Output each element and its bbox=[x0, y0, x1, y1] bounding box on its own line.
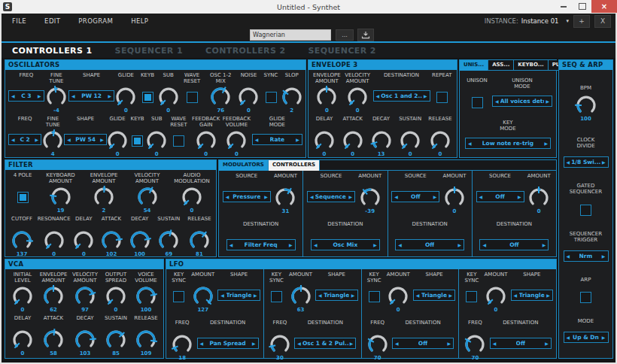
prev-arrow-icon[interactable]: ◀ bbox=[255, 138, 259, 142]
envelope-amount-knob[interactable] bbox=[314, 85, 339, 109]
release-knob[interactable] bbox=[133, 328, 159, 352]
envelope-amount-knob[interactable] bbox=[41, 284, 66, 308]
cutoff-knob[interactable] bbox=[9, 229, 35, 253]
next-arrow-icon[interactable]: ▶ bbox=[543, 243, 546, 247]
next-arrow-icon[interactable]: ▶ bbox=[38, 94, 41, 99]
noise-knob[interactable] bbox=[236, 85, 261, 109]
freq-knob[interactable] bbox=[267, 332, 293, 356]
destination-selector[interactable]: ◀Off▶ bbox=[479, 239, 549, 250]
tab-controllers-2[interactable]: CONTROLLERS 2 bbox=[205, 46, 286, 56]
key-sync-checkbox[interactable] bbox=[369, 291, 380, 302]
prev-arrow-icon[interactable]: ◀ bbox=[11, 94, 15, 99]
close-button[interactable]: × bbox=[591, 0, 617, 13]
amount-knob[interactable] bbox=[288, 284, 314, 308]
delay-knob[interactable] bbox=[312, 129, 337, 153]
prev-arrow-icon[interactable]: ◀ bbox=[482, 243, 486, 247]
next-arrow-icon[interactable]: ▶ bbox=[449, 293, 453, 298]
amount-knob[interactable] bbox=[385, 284, 411, 308]
sequencer-trigger-selector[interactable]: ◀Nrm▶ bbox=[564, 250, 609, 262]
source-selector[interactable]: ◀Pressure▶ bbox=[223, 191, 271, 202]
prev-arrow-icon[interactable]: ◀ bbox=[318, 293, 322, 298]
next-arrow-icon[interactable]: ▶ bbox=[296, 138, 299, 142]
next-arrow-icon[interactable]: ▶ bbox=[447, 341, 451, 346]
maximize-button[interactable] bbox=[573, 0, 591, 13]
freq-knob[interactable] bbox=[169, 332, 195, 356]
destination-selector[interactable]: ◀Filter Freq▶ bbox=[226, 239, 296, 250]
mode-selector[interactable]: ◀Up & Dn▶ bbox=[564, 332, 609, 343]
destination-selector[interactable]: ◀Osc Mix▶ bbox=[311, 239, 380, 250]
amount-knob[interactable] bbox=[190, 284, 216, 308]
shape-selector[interactable]: ◀PW 12▶ bbox=[68, 90, 114, 102]
sustain-knob[interactable] bbox=[156, 229, 181, 253]
prev-arrow-icon[interactable]: ◀ bbox=[314, 243, 318, 247]
prev-arrow-icon[interactable]: ◀ bbox=[226, 195, 229, 199]
save-patch-button[interactable] bbox=[357, 29, 374, 41]
initial-level-knob[interactable] bbox=[10, 284, 35, 308]
freq-knob[interactable] bbox=[365, 332, 391, 356]
next-arrow-icon[interactable]: ▶ bbox=[254, 293, 257, 298]
glide-knob[interactable] bbox=[113, 85, 138, 109]
freq-selector[interactable]: ◀C 2▶ bbox=[8, 134, 41, 145]
destination-selector[interactable]: ◀Off▶ bbox=[392, 338, 454, 349]
voice-volume-knob[interactable] bbox=[133, 284, 159, 308]
sub-knob[interactable] bbox=[156, 85, 181, 109]
next-arrow-icon[interactable]: ▶ bbox=[348, 195, 352, 199]
prev-arrow-icon[interactable]: ◀ bbox=[395, 341, 399, 346]
clock-divide-selector[interactable]: ◀1/8 Swi...▶ bbox=[564, 156, 609, 168]
sustain-knob[interactable] bbox=[397, 129, 423, 153]
menu-edit[interactable]: EDIT bbox=[44, 17, 60, 25]
gated-sequencer-checkbox[interactable] bbox=[580, 205, 591, 216]
tab-unison[interactable]: UNIS... bbox=[460, 60, 488, 71]
delay-knob[interactable] bbox=[10, 328, 35, 352]
minimize-button[interactable] bbox=[554, 0, 573, 13]
prev-arrow-icon[interactable]: ◀ bbox=[297, 341, 301, 346]
next-arrow-icon[interactable]: ▶ bbox=[252, 341, 256, 346]
bpm-knob[interactable] bbox=[573, 93, 599, 117]
wave-reset-checkbox[interactable] bbox=[173, 135, 184, 147]
envelope-amount-knob[interactable] bbox=[91, 185, 117, 209]
amount-knob[interactable] bbox=[442, 186, 467, 210]
tab-controllers[interactable]: CONTROLLERS bbox=[269, 160, 320, 171]
next-arrow-icon[interactable]: ▶ bbox=[433, 195, 437, 199]
glide-mode-selector[interactable]: ◀Rate▶ bbox=[252, 134, 302, 145]
next-arrow-icon[interactable]: ▶ bbox=[350, 341, 354, 346]
prev-arrow-icon[interactable]: ◀ bbox=[310, 195, 314, 199]
destination-selector[interactable]: ◀Off▶ bbox=[395, 239, 464, 250]
tab-sequencer-2[interactable]: SEQUENCER 2 bbox=[308, 46, 376, 56]
prev-arrow-icon[interactable]: ◀ bbox=[67, 138, 71, 142]
release-knob[interactable] bbox=[427, 129, 453, 153]
tab-sequencer-1[interactable]: SEQUENCER 1 bbox=[115, 46, 183, 56]
velocity-amount-knob[interactable] bbox=[72, 284, 98, 308]
prev-arrow-icon[interactable]: ◀ bbox=[229, 243, 233, 247]
shape-selector[interactable]: ◀Triangle▶ bbox=[413, 290, 455, 301]
keyboard-amount-knob[interactable] bbox=[48, 185, 74, 209]
next-arrow-icon[interactable]: ▶ bbox=[546, 293, 550, 298]
shape-selector[interactable]: ◀Triangle▶ bbox=[217, 290, 260, 301]
amount-knob[interactable] bbox=[526, 186, 552, 210]
tab-assign[interactable]: ASS... bbox=[488, 60, 514, 71]
shape-selector[interactable]: ◀Triangle▶ bbox=[315, 290, 357, 301]
sync-checkbox[interactable] bbox=[266, 92, 277, 103]
unison-checkbox[interactable] bbox=[472, 97, 483, 108]
osc-1-2-mix-knob[interactable] bbox=[208, 85, 233, 109]
prev-arrow-icon[interactable]: ◀ bbox=[394, 195, 398, 199]
next-arrow-icon[interactable]: ▶ bbox=[518, 195, 521, 199]
next-arrow-icon[interactable]: ▶ bbox=[35, 138, 39, 142]
instance-selector[interactable]: INSTANCE: Instance 01 ▾ bbox=[485, 17, 569, 25]
shape-selector[interactable]: ◀Triangle▶ bbox=[511, 290, 553, 301]
close-instance-button[interactable]: X bbox=[594, 15, 611, 28]
attack-knob[interactable] bbox=[340, 129, 366, 153]
tab-modulators[interactable]: MODULATORS bbox=[219, 160, 269, 171]
velocity-amount-knob[interactable] bbox=[135, 185, 160, 209]
amount-knob[interactable] bbox=[483, 284, 509, 308]
next-arrow-icon[interactable]: ▶ bbox=[602, 254, 606, 259]
browse-patch-button[interactable]: ... bbox=[336, 29, 354, 41]
prev-arrow-icon[interactable]: ◀ bbox=[493, 341, 497, 346]
destination-selector[interactable]: ◀Osc 1 and 2...▶ bbox=[373, 90, 430, 102]
source-selector[interactable]: ◀Off▶ bbox=[391, 191, 439, 202]
prev-arrow-icon[interactable]: ◀ bbox=[567, 254, 570, 259]
glide-knob[interactable] bbox=[105, 129, 130, 153]
feedback-gain-knob[interactable] bbox=[193, 129, 219, 153]
menu-program[interactable]: PROGRAM bbox=[78, 17, 113, 25]
destination-selector[interactable]: ◀Osc 1 & 2 Pul...▶ bbox=[294, 338, 356, 349]
